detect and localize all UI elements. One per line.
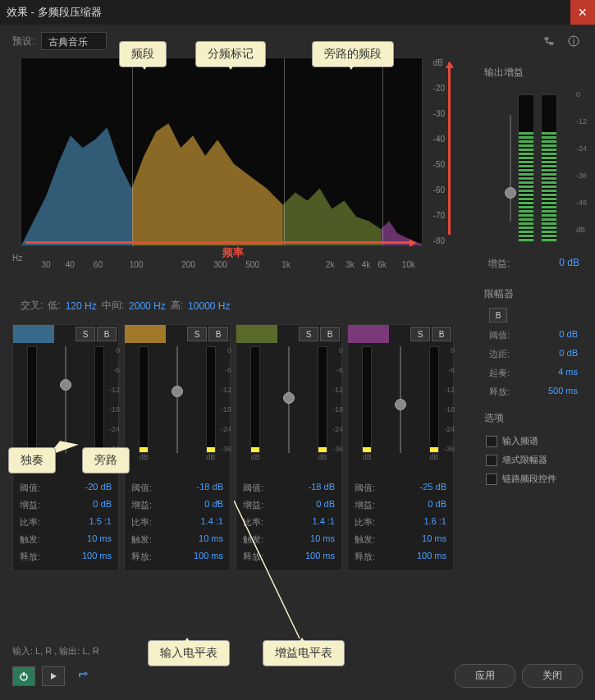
apply-button[interactable]: 应用 (455, 664, 515, 688)
crossover-line-2[interactable] (284, 58, 285, 245)
option-brickwall-limiter[interactable]: 墙式限幅器 (484, 451, 583, 469)
output-gain-slider[interactable] (510, 115, 511, 222)
routing-icon[interactable] (540, 32, 558, 50)
svg-text:i: i (573, 37, 574, 46)
gain-label: 增益: (131, 499, 152, 511)
ratio-value[interactable]: 1.4 :1 (200, 516, 223, 528)
threshold-slider[interactable] (400, 346, 401, 453)
limiter-margin-label: 边距: (489, 348, 510, 360)
crossover-mid-value[interactable]: 2000 Hz (129, 300, 166, 312)
crossover-line-1[interactable] (132, 58, 133, 245)
crossover-low-value[interactable]: 120 Hz (66, 300, 97, 312)
solo-button[interactable]: S (410, 327, 430, 341)
band-color-swatch[interactable] (348, 325, 389, 343)
limiter-margin-value[interactable]: 0 dB (559, 348, 578, 360)
output-gain-section: 输出增益 0-12-24-36-48dB 增益: 0 dB (484, 66, 583, 277)
crossover-mid-label: 中间: (102, 299, 124, 313)
preset-label: 预设: (12, 34, 34, 48)
threshold-value[interactable]: -25 dB (420, 482, 446, 494)
ratio-value[interactable]: 1.5 :1 (89, 516, 112, 528)
bypass-button[interactable]: B (320, 327, 340, 341)
attack-value[interactable]: 10 ms (87, 533, 112, 546)
solo-button[interactable]: S (299, 327, 318, 341)
release-label: 释放: (355, 551, 375, 563)
svg-marker-2 (21, 127, 131, 245)
bands-container: S B dB dB 0-6-12-18-24-36 阈值:-20 dB 增益:0… (12, 324, 472, 571)
solo-button[interactable]: S (76, 327, 95, 341)
gain-value[interactable]: 0 dB (204, 499, 223, 511)
info-icon[interactable]: i (565, 32, 583, 50)
spectrum-area: dB-20-30-40-50-60-70-80 3040601002003005… (12, 57, 472, 287)
release-value[interactable]: 100 ms (82, 551, 112, 563)
output-gain-value[interactable]: 0 dB (559, 257, 579, 271)
gain-value[interactable]: 0 dB (428, 499, 446, 511)
ratio-value[interactable]: 1.4 :1 (312, 516, 335, 528)
callout-gain-meter: 增益电平表 (263, 640, 345, 666)
bypass-button[interactable]: B (97, 327, 117, 341)
threshold-slider[interactable] (176, 346, 178, 453)
limiter-release-value[interactable]: 500 ms (548, 386, 578, 398)
bypass-button[interactable]: B (208, 327, 228, 341)
threshold-slider[interactable] (65, 346, 66, 453)
limiter-section: 限幅器 B 阈值:0 dB 边距:0 dB 起奏:4 ms 释放:500 ms (484, 287, 583, 401)
output-meter-l (518, 94, 534, 242)
release-label: 释放: (243, 551, 263, 563)
band-4: S B dB dB 0-6-12-18-24-36 阈值:-25 dB 增益:0… (347, 324, 454, 571)
preset-dropdown[interactable]: 古典音乐 (41, 32, 107, 50)
attack-value[interactable]: 10 ms (422, 533, 446, 546)
svg-marker-3 (131, 123, 282, 245)
play-button[interactable] (42, 666, 65, 686)
svg-marker-10 (51, 673, 57, 679)
option-link-bands[interactable]: 链路频段控件 (484, 469, 583, 488)
power-button[interactable] (12, 666, 35, 686)
threshold-label: 阈值: (243, 482, 263, 494)
threshold-value[interactable]: -20 dB (85, 482, 112, 494)
crossover-high-label: 高: (171, 299, 183, 313)
threshold-slider[interactable] (288, 346, 290, 453)
solo-button[interactable]: S (187, 327, 207, 341)
ratio-label: 比率: (355, 516, 375, 528)
limiter-bypass-button[interactable]: B (489, 308, 507, 323)
band-3: S B dB dB 0-6-12-18-24-36 阈值:-18 dB 增益:0… (236, 324, 342, 571)
gain-label: 增益: (355, 499, 375, 511)
attack-value[interactable]: 10 ms (310, 533, 335, 546)
callout-bypass: 旁路 (82, 447, 130, 474)
gain-meter (206, 346, 216, 453)
release-value[interactable]: 100 ms (194, 551, 223, 563)
limiter-attack-value[interactable]: 4 ms (558, 367, 578, 379)
checkbox-icon (486, 455, 497, 466)
limiter-threshold-value[interactable]: 0 dB (559, 329, 578, 341)
ratio-value[interactable]: 1.6 :1 (423, 516, 446, 528)
output-meter-r (541, 94, 557, 242)
output-meter-labels: 0-12-24-36-48dB (576, 90, 587, 234)
band-color-swatch[interactable] (13, 325, 54, 343)
close-window-button[interactable]: ✕ (570, 0, 595, 25)
release-value[interactable]: 100 ms (305, 551, 335, 563)
crossover-label: 交叉: (21, 299, 43, 313)
output-gain-label: 增益: (487, 257, 510, 271)
gain-value[interactable]: 0 dB (316, 499, 335, 511)
gain-value[interactable]: 0 dB (93, 499, 112, 511)
option-input-spectrum[interactable]: 输入频谱 (484, 432, 583, 451)
attack-value[interactable]: 10 ms (199, 533, 223, 546)
callout-crossover-marker: 分频标记 (195, 41, 266, 67)
loop-icon[interactable] (71, 666, 94, 686)
band-color-swatch[interactable] (236, 325, 277, 343)
input-meter (27, 346, 37, 453)
release-value[interactable]: 100 ms (417, 551, 446, 563)
attack-label: 触发: (355, 533, 375, 546)
release-label: 释放: (20, 551, 40, 563)
release-label: 释放: (131, 551, 152, 563)
bypass-button[interactable]: B (432, 327, 451, 341)
limiter-title: 限幅器 (484, 287, 583, 301)
close-button[interactable]: 关闭 (522, 664, 583, 688)
crossover-line-3[interactable] (382, 58, 383, 245)
threshold-value[interactable]: -18 dB (197, 482, 223, 494)
threshold-value[interactable]: -18 dB (309, 482, 335, 494)
attack-label: 触发: (131, 533, 152, 546)
input-meter (362, 346, 372, 453)
crossover-high-value[interactable]: 10000 Hz (188, 300, 230, 312)
svg-marker-4 (283, 189, 382, 245)
spectrum-display[interactable]: dB-20-30-40-50-60-70-80 3040601002003005… (21, 57, 423, 246)
band-color-swatch[interactable] (125, 325, 166, 343)
